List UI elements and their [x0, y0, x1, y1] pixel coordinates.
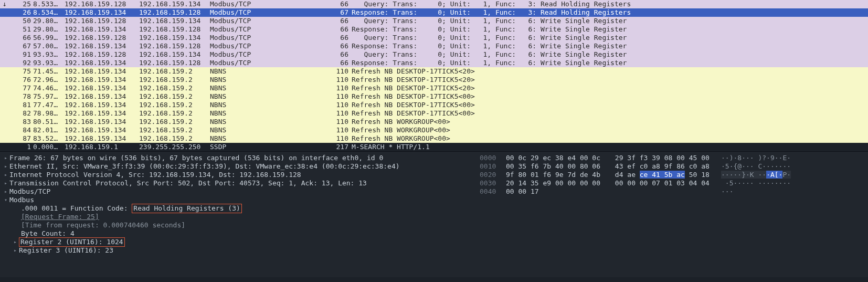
- col-time: 72.96…: [33, 76, 65, 84]
- packet-details-pane[interactable]: ▸Frame 26: 67 bytes on wire (536 bits), …: [0, 152, 477, 277]
- col-protocol: NBNS: [210, 76, 331, 84]
- packet-row[interactable]: 66 56.99… 192.168.159.128 192.168.159.13…: [0, 34, 868, 42]
- col-destination: 192.168.159.128: [139, 59, 210, 67]
- col-no: 26: [9, 8, 33, 17]
- col-no: 87: [9, 134, 33, 143]
- col-info: Refresh NB WORKGROUP<00>: [352, 134, 868, 143]
- hex-line[interactable]: 0010 00 35 f6 7b 40 00 80 06 43 ef c0 a8…: [480, 162, 865, 171]
- col-time: 56.99…: [33, 34, 65, 42]
- chevron-right-icon[interactable]: ▸: [12, 239, 19, 245]
- col-length: 66: [331, 34, 352, 42]
- col-protocol: Modbus/TCP: [210, 50, 331, 59]
- frame-summary[interactable]: Frame 26: 67 bytes on wire (536 bits), 6…: [9, 154, 383, 162]
- packet-row[interactable]: 92 93.93… 192.168.159.134 192.168.159.12…: [0, 59, 868, 67]
- col-source: 192.168.159.134: [65, 25, 139, 34]
- col-source: 192.168.159.128: [65, 17, 139, 25]
- packet-row[interactable]: 76 72.96… 192.168.159.134 192.168.159.2 …: [0, 76, 868, 84]
- hex-offset: 0020: [480, 171, 506, 179]
- chevron-down-icon[interactable]: ▾: [2, 197, 9, 203]
- modbus-summary[interactable]: Modbus: [9, 196, 34, 204]
- col-time: 74.46…: [33, 84, 65, 92]
- packet-row[interactable]: 82 78.98… 192.168.159.134 192.168.159.2 …: [0, 109, 868, 118]
- col-time: 8.534…: [33, 8, 65, 17]
- col-info: Refresh NB DESKTOP-17TICK5<00>: [352, 101, 868, 109]
- hex-line[interactable]: 0020 9f 80 01 f6 9e 7d de 4b d4 ae ce 41…: [480, 171, 865, 179]
- packet-row[interactable]: 78 75.97… 192.168.159.134 192.168.159.2 …: [0, 92, 868, 101]
- chevron-right-icon[interactable]: ▸: [2, 172, 9, 178]
- chevron-right-icon[interactable]: ▸: [2, 155, 9, 161]
- col-destination: 192.168.159.2: [139, 67, 210, 76]
- hex-line[interactable]: 0040 00 00 17 ···: [480, 187, 865, 196]
- byte-count[interactable]: Byte Count: 4: [21, 229, 75, 238]
- packet-row[interactable]: 77 74.46… 192.168.159.134 192.168.159.2 …: [0, 84, 868, 92]
- register-3[interactable]: Register 3 (UINT16): 23: [19, 246, 113, 255]
- hex-offset: 0030: [480, 179, 506, 187]
- packet-row[interactable]: 91 93.93… 192.168.159.128 192.168.159.13…: [0, 50, 868, 59]
- col-no: 91: [9, 50, 33, 59]
- hex-offset: 0000: [480, 154, 506, 162]
- hex-bytes-left: 00 00 17: [506, 187, 611, 196]
- hex-line[interactable]: 0000 00 0c 29 ec 38 e4 00 0c 29 3f f3 39…: [480, 154, 865, 162]
- packet-row[interactable]: ↓25 8.533… 192.168.159.128 192.168.159.1…: [0, 0, 868, 8]
- col-length: 217: [331, 143, 352, 151]
- col-length: 110: [331, 76, 352, 84]
- col-length: 66: [331, 25, 352, 34]
- hex-bytes-left: 9f 80 01 f6 9e 7d de 4b: [506, 171, 611, 179]
- chevron-right-icon[interactable]: ▸: [12, 247, 19, 254]
- col-time: 29.80…: [33, 17, 65, 25]
- col-length: 110: [331, 118, 352, 126]
- col-protocol: SSDP: [210, 143, 331, 151]
- col-info: Query: Trans: 0; Unit: 1, Func: 6: Write…: [352, 17, 868, 25]
- function-code-value[interactable]: Read Holding Registers (3): [132, 204, 242, 213]
- ip-summary[interactable]: Internet Protocol Version 4, Src: 192.16…: [9, 171, 301, 179]
- register-2[interactable]: Register 2 (UINT16): 1024: [19, 237, 125, 247]
- packet-row[interactable]: 50 29.80… 192.168.159.128 192.168.159.13…: [0, 17, 868, 25]
- col-info: Response: Trans: 0; Unit: 1, Func: 6: Wr…: [352, 59, 868, 67]
- col-info: Refresh NB DESKTOP-17TICK5<00>: [352, 92, 868, 101]
- chevron-right-icon[interactable]: ▸: [2, 189, 9, 195]
- col-info: Refresh NB DESKTOP-17TICK5<20>: [352, 84, 868, 92]
- packet-row[interactable]: 67 57.00… 192.168.159.134 192.168.159.12…: [0, 42, 868, 50]
- packet-row[interactable]: 83 80.51… 192.168.159.134 192.168.159.2 …: [0, 118, 868, 126]
- col-destination: 192.168.159.2: [139, 134, 210, 143]
- col-source: 192.168.159.134: [65, 118, 139, 126]
- col-no: 66: [9, 34, 33, 42]
- packet-bytes-pane[interactable]: 0000 00 0c 29 ec 38 e4 00 0c 29 3f f3 39…: [477, 152, 868, 277]
- col-time: 80.51…: [33, 118, 65, 126]
- col-destination: 192.168.159.134: [139, 50, 210, 59]
- packet-row[interactable]: 51 29.80… 192.168.159.134 192.168.159.12…: [0, 25, 868, 34]
- ethernet-summary[interactable]: Ethernet II, Src: VMware_3f:f3:39 (00:0c…: [9, 162, 400, 171]
- packet-list[interactable]: ↓25 8.533… 192.168.159.128 192.168.159.1…: [0, 0, 868, 151]
- col-length: 66: [331, 42, 352, 50]
- packet-row[interactable]: 84 82.01… 192.168.159.134 192.168.159.2 …: [0, 126, 868, 134]
- chevron-right-icon[interactable]: ▸: [2, 180, 9, 186]
- col-length: 110: [331, 92, 352, 101]
- tcp-summary[interactable]: Transmission Control Protocol, Src Port:…: [9, 179, 367, 187]
- packet-row[interactable]: 81 77.47… 192.168.159.134 192.168.159.2 …: [0, 101, 868, 109]
- request-frame-link[interactable]: [Request Frame: 25]: [21, 213, 99, 221]
- packet-row[interactable]: 75 71.45… 192.168.159.134 192.168.159.2 …: [0, 67, 868, 76]
- col-protocol: NBNS: [210, 101, 331, 109]
- packet-row[interactable]: 87 83.52… 192.168.159.134 192.168.159.2 …: [0, 134, 868, 143]
- col-destination: 192.168.159.2: [139, 92, 210, 101]
- col-time: 93.93…: [33, 50, 65, 59]
- related-packet-icon: ↓: [0, 0, 9, 8]
- col-info: M-SEARCH * HTTP/1.1: [352, 143, 868, 151]
- modbus-tcp-summary[interactable]: Modbus/TCP: [9, 187, 50, 196]
- col-protocol: NBNS: [210, 92, 331, 101]
- col-info: Response: Trans: 0; Unit: 1, Func: 6: Wr…: [352, 42, 868, 50]
- col-destination: 192.168.159.2: [139, 126, 210, 134]
- chevron-right-icon[interactable]: ▸: [2, 163, 9, 170]
- packet-row[interactable]: 26 8.534… 192.168.159.134 192.168.159.12…: [0, 8, 868, 17]
- hex-line[interactable]: 0030 20 14 35 e9 00 00 00 00 00 00 00 07…: [480, 179, 865, 187]
- function-code-prefix: .000 0011 = Function Code:: [21, 204, 132, 213]
- col-protocol: Modbus/TCP: [210, 17, 331, 25]
- col-protocol: Modbus/TCP: [210, 0, 331, 8]
- col-info: Response: Trans: 0; Unit: 1, Func: 3: Re…: [352, 8, 868, 17]
- col-source: 192.168.159.128: [65, 50, 139, 59]
- col-destination: 192.168.159.2: [139, 84, 210, 92]
- col-info: Refresh NB DESKTOP-17TICK5<20>: [352, 67, 868, 76]
- packet-row[interactable]: 1 0.000… 192.168.159.1 239.255.255.250 S…: [0, 143, 868, 151]
- col-time: 82.01…: [33, 126, 65, 134]
- col-time: 77.47…: [33, 101, 65, 109]
